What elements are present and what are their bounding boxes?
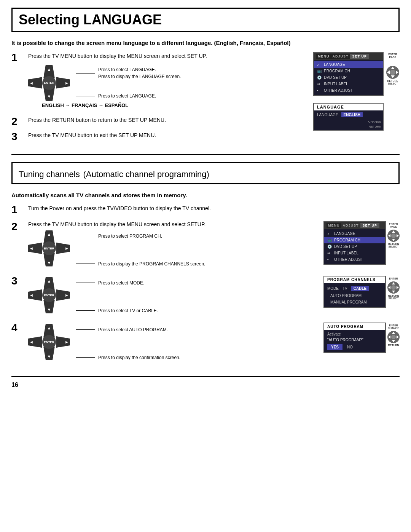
section2-step3-number: 3 <box>11 276 25 286</box>
auto-program-screen: AUTO PROGRAM Activate "AUTO PROGRAM?" YE… <box>323 323 386 353</box>
lang-screen-header: LANGUAGE <box>314 104 383 110</box>
section2-step1-number: 1 <box>11 204 25 215</box>
step2-text: Press the RETURN button to return to the… <box>28 116 306 124</box>
menu2-setup: SET UP <box>360 223 380 228</box>
menu-header-setup: SET UP <box>350 54 370 59</box>
menu-screen-1: MENU ADJUST SET UP ♪ LANGUAGE 📺 PROGRAM … <box>313 52 400 96</box>
menu-header-adjust: ADJUST <box>331 54 350 59</box>
step3-callout1: Press to select MODE. <box>98 280 144 286</box>
menu-item-program-ch: 📺 PROGRAM CH <box>314 68 383 74</box>
return-label-lang: RETURN <box>314 125 383 130</box>
section2-step1-row: 1 Turn the Power on and press the TV/VID… <box>11 204 400 215</box>
prog-mode-label: MODE <box>327 286 339 291</box>
prog-cable-label: CABLE <box>351 286 369 291</box>
step1-text: Press the TV MENU button to display the … <box>28 52 306 60</box>
auto-no-button[interactable]: NO <box>346 344 354 350</box>
menu2-other-adjust: • OTHER ADJUST <box>324 256 385 263</box>
menu-item-other-adjust-1: • OTHER ADJUST <box>314 87 383 94</box>
section2-subtitle: Automatically scans all TV channels and … <box>11 191 400 199</box>
programch-icon: 📺 <box>317 69 322 73</box>
section1-subtitle: It is possible to change the screen menu… <box>11 39 400 47</box>
step3-callout2: Press to select TV or CABLE. <box>98 308 158 313</box>
step2-row: 2 Press the RETURN button to return to t… <box>11 116 306 127</box>
step3-row: 3 Press the TV MENU button to exit the S… <box>11 131 306 142</box>
change-label: CHANGE <box>368 120 381 123</box>
program-channels-screen: PROGRAM CHANNELS MODE TV CABLE AUTO PROG… <box>323 276 386 308</box>
auto-question-text: "AUTO PROGRAM?" <box>327 338 382 342</box>
menu-tab-adjust: MENU <box>316 54 331 59</box>
menu2-adjust: ADJUST <box>341 223 360 228</box>
section2-step4-number: 4 <box>11 323 25 333</box>
step3-text: Press the TV MENU button to exit the SET… <box>28 131 306 139</box>
menu2-input-label: ⇒ INPUT LABEL <box>324 250 385 256</box>
auto-activate-label: Activate <box>327 332 382 336</box>
callout3-text: Press to select LANGUAGE. <box>98 93 156 99</box>
lang-value: ENGLISH <box>341 112 363 117</box>
enter-button-1[interactable]: ENTER <box>42 76 56 90</box>
menu2-program-ch: 📺 PROGRAM CH <box>324 237 385 243</box>
callout1-text: Press to select LANGUAGE. Press to displ… <box>98 66 181 80</box>
section2-step3-row: 3 ENTER ▲ ▼ ◄ ► <box>11 276 316 313</box>
prog-auto-program: AUTO PROGRAM <box>327 292 382 299</box>
bottom-divider <box>11 376 400 377</box>
section2-callout2: Press to display the PROGRAM CHANNELS sc… <box>98 261 205 267</box>
section2-callout1: Press to select PROGRAM CH. <box>98 233 162 239</box>
auto-screen-header: AUTO PROGRAM <box>324 323 385 330</box>
enter-button-3[interactable]: ENTER <box>42 288 56 302</box>
step4-callout1: Press to select AUTO PROGRAM. <box>98 327 168 332</box>
dvd-icon: 💿 <box>317 75 322 80</box>
section2-step4-row: 4 ENTER ▲ ▼ ◄ ► <box>11 323 316 360</box>
section2-step4-block: 4 ENTER ▲ ▼ ◄ ► <box>11 323 400 365</box>
section2-step2-number: 2 <box>11 221 25 232</box>
section2-step2-text: Press the TV MENU button to display the … <box>28 221 316 227</box>
menu2-dvd-setup: 💿 DVD SET UP <box>324 243 385 250</box>
prog-screen-header: PROGRAM CHANNELS <box>324 276 385 283</box>
language-icon: ♪ <box>317 62 322 67</box>
enter-button-2[interactable]: ENTER <box>42 241 56 255</box>
menu2-language: ♪ LANGUAGE <box>324 230 385 237</box>
menu-item-dvd-setup: 💿 DVD SET UP <box>314 74 383 81</box>
section2-title-box: Tuning channels (Automatic channel progr… <box>11 162 400 184</box>
section2-step2-block: 2 Press the TV MENU button to display th… <box>11 221 400 271</box>
step1-number: 1 <box>11 52 25 63</box>
section2-step3-block: 3 ENTER ▲ ▼ ◄ ► <box>11 276 400 318</box>
section1-title: Selecting LANGUAGE <box>19 12 392 28</box>
section-divider <box>11 154 400 155</box>
step4-callout2: Press to display the confirmation screen… <box>98 355 180 360</box>
enter-button-4[interactable]: ENTER <box>42 335 56 349</box>
menu-item-language: ♪ LANGUAGE <box>314 61 383 68</box>
menu2-title: MENU <box>327 223 341 228</box>
page-number: 16 <box>11 382 400 388</box>
prog-tv-label: TV <box>342 286 347 291</box>
prog-manual-program: MANUAL PROGRAM <box>327 299 382 305</box>
menu-item-input-label-1: ⇒ INPUT LABEL <box>314 81 383 87</box>
input-label-icon-1: ⇒ <box>317 82 322 86</box>
step3-number: 3 <box>11 131 25 142</box>
language-screen: LANGUAGE LANGUAGE ENGLISH CHANGE RETURN <box>313 103 384 131</box>
section1-title-box: Selecting LANGUAGE <box>11 8 400 32</box>
lang-flow: ENGLISH → FRANÇAIS → ESPAÑOL <box>42 102 306 109</box>
section2-step1-text: Turn the Power on and press the TV/VIDEO… <box>28 204 400 212</box>
step1-row: 1 Press the TV MENU button to display th… <box>11 52 306 112</box>
lang-label: LANGUAGE <box>317 113 338 117</box>
step2-number: 2 <box>11 116 25 127</box>
section2-step2-row: 2 Press the TV MENU button to display th… <box>11 221 316 267</box>
auto-yes-button[interactable]: YES <box>327 344 342 350</box>
other-adjust-icon-1: • <box>317 88 322 93</box>
section2-title: Tuning channels (Automatic channel progr… <box>19 166 392 180</box>
